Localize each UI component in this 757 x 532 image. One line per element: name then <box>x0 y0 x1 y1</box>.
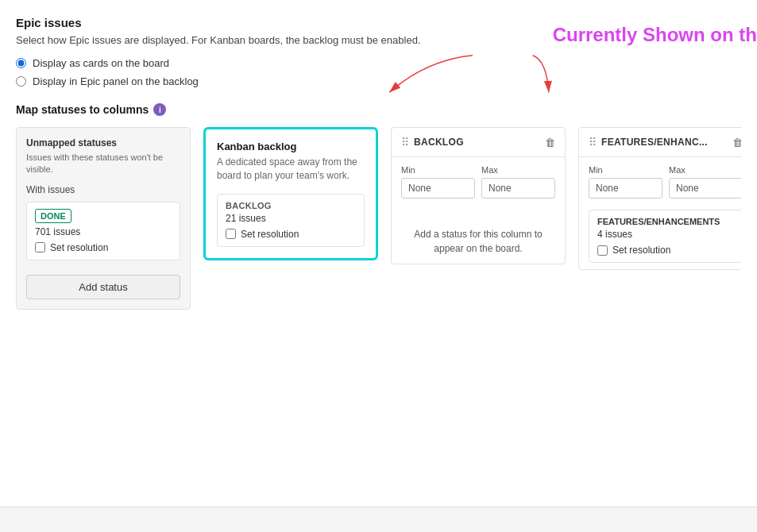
backlog-set-resolution-label: Set resolution <box>241 229 299 240</box>
features-max-group: Max <box>669 165 741 199</box>
backlog-status-label: BACKLOG <box>226 201 356 210</box>
set-resolution-label: Set resolution <box>50 242 108 253</box>
done-badge: DONE <box>35 209 71 223</box>
kanban-backlog-title: Kanban backlog <box>217 141 365 152</box>
map-statuses-header: Map statuses to columns i <box>16 103 741 116</box>
features-delete-icon[interactable]: 🗑 <box>732 137 741 148</box>
backlog-column-header: ⠿ BACKLOG 🗑 <box>392 128 565 157</box>
features-min-max-row: Min Max <box>579 157 741 203</box>
done-issue-count: 701 issues <box>35 226 172 237</box>
features-issue-count: 4 issues <box>597 229 734 240</box>
map-statuses-title: Map statuses to columns <box>16 103 149 116</box>
features-set-resolution-label: Set resolution <box>612 245 670 256</box>
bottom-bar <box>0 507 757 532</box>
backlog-column-header-left: ⠿ BACKLOG <box>401 136 464 148</box>
features-column-header: ⠿ FEATURES/ENHANC... 🗑 <box>579 128 741 157</box>
backlog-min-max-row: Min Max <box>392 157 565 203</box>
features-min-label: Min <box>589 165 662 175</box>
backlog-min-label: Min <box>401 165 475 175</box>
features-set-resolution-row: Set resolution <box>597 245 734 256</box>
info-icon[interactable]: i <box>153 103 166 116</box>
backlog-issue-count: 21 issues <box>226 213 356 224</box>
features-status-card: FEATURES/ENHANCEMENTS 4 issues Set resol… <box>589 210 741 263</box>
radio-panel-label: Display in Epic panel on the backlog <box>33 75 199 87</box>
radio-cards-input[interactable] <box>16 58 26 68</box>
radio-cards-label: Display as cards on the board <box>33 57 169 69</box>
set-resolution-checkbox[interactable] <box>35 242 45 253</box>
kanban-backlog-description: A dedicated space away from the board to… <box>217 156 365 183</box>
backlog-column-name: BACKLOG <box>414 137 464 148</box>
features-min-group: Min <box>589 165 662 199</box>
features-status-section: FEATURES/ENHANCEMENTS 4 issues Set resol… <box>579 203 741 269</box>
features-max-label: Max <box>669 165 741 175</box>
backlog-drag-handle[interactable]: ⠿ <box>401 136 409 148</box>
backlog-delete-icon[interactable]: 🗑 <box>545 137 555 148</box>
backlog-min-input[interactable] <box>401 178 475 199</box>
annotation-label: Currently Shown on th <box>553 24 757 46</box>
set-resolution-row: Set resolution <box>35 242 172 253</box>
columns-area: Unmapped statuses Issues with these stat… <box>16 127 741 310</box>
radio-option-panel[interactable]: Display in Epic panel on the backlog <box>16 75 741 87</box>
unmapped-column-description: Issues with these statuses won't be visi… <box>26 152 180 176</box>
backlog-status-card: BACKLOG 21 issues Set resolution <box>217 194 365 247</box>
features-status-name: FEATURES/ENHANCEMENTS <box>597 217 734 226</box>
features-column-name: FEATURES/ENHANC... <box>601 137 708 148</box>
backlog-max-group: Max <box>481 165 555 199</box>
features-min-input[interactable] <box>589 178 662 199</box>
backlog-set-resolution-row: Set resolution <box>226 229 356 240</box>
backlog-max-label: Max <box>481 165 555 175</box>
unmapped-column-title: Unmapped statuses <box>26 137 180 148</box>
with-issues-label: With issues <box>26 184 180 195</box>
radio-panel-input[interactable] <box>16 76 26 87</box>
done-status-card: DONE 701 issues Set resolution <box>26 202 180 260</box>
radio-group: Display as cards on the board Display in… <box>16 57 741 87</box>
unmapped-column: Unmapped statuses Issues with these stat… <box>16 127 191 310</box>
backlog-max-input[interactable] <box>481 178 555 199</box>
features-max-input[interactable] <box>669 178 741 199</box>
features-set-resolution-checkbox[interactable] <box>597 245 608 256</box>
backlog-board-column: ⠿ BACKLOG 🗑 Min Max Add a status for thi… <box>391 127 566 264</box>
backlog-set-resolution-checkbox[interactable] <box>226 229 236 239</box>
backlog-min-group: Min <box>401 165 475 199</box>
features-board-column: ⠿ FEATURES/ENHANC... 🗑 Min Max FEATURES/… <box>578 127 741 270</box>
kanban-backlog-column: Kanban backlog A dedicated space away fr… <box>203 127 378 260</box>
add-status-button[interactable]: Add status <box>26 275 180 299</box>
backlog-add-status-hint: Add a status for this column to appear o… <box>392 203 565 264</box>
features-drag-handle[interactable]: ⠿ <box>589 136 597 148</box>
features-column-header-left: ⠿ FEATURES/ENHANC... <box>589 136 708 148</box>
radio-option-cards[interactable]: Display as cards on the board <box>16 57 741 69</box>
